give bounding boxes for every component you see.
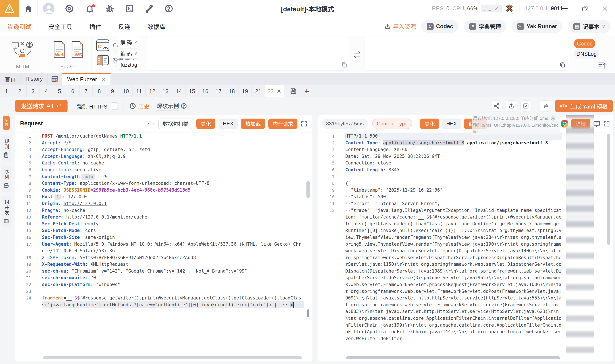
copy-icon[interactable] bbox=[559, 62, 566, 68]
fuzztag-button[interactable]: fuzztag bbox=[116, 60, 142, 70]
fuzzer-tab-13[interactable]: 13 bbox=[159, 85, 172, 97]
fuzzer-tab-21[interactable]: 21 bbox=[252, 85, 265, 97]
fuzzer-tab-9[interactable]: 9 bbox=[106, 85, 119, 97]
fuzzer-tab-3[interactable]: 3 bbox=[26, 85, 40, 97]
help-icon[interactable] bbox=[162, 0, 176, 17]
code-line[interactable]: 4Accept-Language: zh-CN,zh;q=0.9 bbox=[15, 153, 313, 160]
settings-gear-icon[interactable] bbox=[62, 0, 76, 17]
minimize-button[interactable] bbox=[555, 0, 575, 17]
request-hscrollbar[interactable] bbox=[43, 356, 304, 360]
hex-button[interactable]: HEX bbox=[219, 118, 238, 129]
history-button[interactable]: 历史 bbox=[129, 102, 149, 110]
save-fuzzer-tabs-icon[interactable] bbox=[290, 88, 297, 95]
websocket-fuzzer-icon[interactable]: WS bbox=[70, 40, 84, 59]
fuzzer-tab-5[interactable]: 5 bbox=[53, 85, 66, 97]
fuzzer-tab-4[interactable]: 4 bbox=[40, 85, 53, 97]
fuzzer-tab-12[interactable]: 12 bbox=[146, 85, 159, 97]
fuzzer-tab-18[interactable]: 18 bbox=[225, 85, 238, 97]
codec-shortcut-button[interactable]: C Codec bbox=[421, 20, 458, 33]
codec-side-tab[interactable]: Codec bbox=[574, 39, 595, 48]
codec-input-area[interactable] bbox=[146, 37, 351, 70]
code-line[interactable]: 19X-Requested-With: XMLHttpRequest bbox=[15, 261, 313, 268]
request-editor[interactable]: 1POST /monitor/cache/getNames HTTP/1.12A… bbox=[15, 133, 313, 354]
close-button[interactable] bbox=[595, 0, 615, 17]
tab-group-grid-icon[interactable] bbox=[48, 73, 62, 85]
response-vscrollbar[interactable] bbox=[606, 133, 612, 353]
copy-icon[interactable] bbox=[341, 62, 347, 68]
code-line[interactable]: 6Connection: keep-alive bbox=[15, 167, 313, 173]
menu-security-tools[interactable]: 安全工具 bbox=[48, 22, 72, 31]
code-line[interactable]: 2Accept: */* bbox=[15, 140, 313, 146]
code-line[interactable]: 1POST /monitor/cache/getNames HTTP/1.1 bbox=[15, 133, 313, 140]
fuzzer-tab-10[interactable]: 10 bbox=[119, 85, 132, 97]
sort-collapse-icon[interactable] bbox=[598, 61, 607, 70]
home-button[interactable] bbox=[19, 0, 38, 17]
code-line[interactable]: 9Cookie: JSESSIONID=299fb5ce-bcb3-4ec4-9… bbox=[15, 187, 313, 194]
tab-web-fuzzer[interactable]: Web Fuzzer ✕ bbox=[62, 73, 110, 85]
decode-dropdown[interactable]: 解 码∨ bbox=[116, 37, 142, 47]
mitm-tool[interactable]: MITM bbox=[0, 36, 45, 73]
fuzzer-tab-11[interactable]: 11 bbox=[132, 85, 146, 97]
packet-scan-button[interactable]: 数据包扫描 bbox=[158, 118, 193, 129]
minimap-viewport[interactable] bbox=[566, 115, 594, 226]
code-line[interactable]: 23 bbox=[15, 288, 313, 295]
fuzzer-tab-17[interactable]: 17 bbox=[212, 85, 225, 97]
tab-history[interactable]: History bbox=[21, 73, 48, 85]
notifications-bell-icon[interactable] bbox=[83, 0, 97, 17]
feedback-icon[interactable] bbox=[593, 120, 601, 127]
beautify-button[interactable]: 美化 bbox=[196, 118, 215, 129]
import-resource-button[interactable]: 导入资源 bbox=[384, 22, 416, 31]
generate-yaml-button[interactable]: </> 生成 Yaml 模板 bbox=[555, 100, 613, 112]
fuzzer-tab-1[interactable]: 1 bbox=[0, 85, 13, 97]
sidebar-tab-rules[interactable]: 规则 bbox=[1, 135, 11, 161]
dnslog-side-tab[interactable]: DNSLog bbox=[574, 49, 599, 59]
code-line[interactable]: 13Referer: http://127.0.0.1/monitor/cach… bbox=[15, 214, 313, 221]
fuzzer-tab-19[interactable]: 19 bbox=[238, 85, 252, 97]
blast-help-icon[interactable] bbox=[181, 103, 187, 109]
code-line[interactable]: 12Pragma: no-cache bbox=[15, 207, 313, 214]
code-line[interactable]: 16Sec-Fetch-Site: same-origin bbox=[15, 234, 313, 241]
code-line[interactable]: 24fragment=__|$${#response.getWriter().p… bbox=[15, 295, 313, 308]
import-icon[interactable] bbox=[520, 100, 531, 112]
fuzzer-tab-14[interactable]: 14 bbox=[172, 85, 185, 97]
code-line[interactable]: 3Accept-Encoding: gzip, deflate, br, zst… bbox=[15, 146, 313, 153]
blast-example-link[interactable]: 爆破示例 bbox=[157, 102, 179, 110]
code-line[interactable]: 20sec-ch-ua: "Chromium";v="142", "Google… bbox=[15, 268, 313, 275]
next-request-icon[interactable]: › bbox=[153, 120, 155, 127]
dictionary-button[interactable]: ≡ 字典管理 bbox=[464, 20, 506, 33]
menu-plugins[interactable]: 插件 bbox=[89, 22, 101, 31]
code-line[interactable]: 21sec-ch-ua-mobile: ?0 bbox=[15, 274, 313, 281]
code-line[interactable]: 5Cache-Control: no-cache bbox=[15, 160, 313, 167]
code-line[interactable]: 8Content-Type: application/x-www-form-ur… bbox=[15, 180, 313, 187]
close-fuzzer-tab-icon[interactable]: ✕ bbox=[277, 88, 281, 95]
tools-icon[interactable] bbox=[142, 0, 156, 17]
yak-runner-button[interactable]: >_ Yak Runner bbox=[511, 20, 563, 33]
beautify-button[interactable]: 美化 bbox=[420, 118, 439, 129]
swap-io-icon[interactable] bbox=[353, 51, 362, 59]
fuzzer-tab-7[interactable]: 7 bbox=[79, 85, 93, 97]
response-hscrollbar[interactable] bbox=[346, 356, 560, 360]
menu-reverse[interactable]: 反连 bbox=[118, 22, 130, 31]
fuzzer-tab-6[interactable]: 6 bbox=[66, 85, 79, 97]
yak-engine-icon[interactable] bbox=[505, 4, 514, 13]
yakit-logo[interactable] bbox=[0, 0, 19, 17]
fuzzer-tab-8[interactable]: 8 bbox=[93, 85, 106, 97]
construct-request-button[interactable]: 构造请求 bbox=[268, 118, 298, 129]
codec-output-area[interactable] bbox=[365, 37, 569, 70]
notebook-button[interactable]: ▤ 记事本 ∨ bbox=[568, 20, 611, 33]
content-type-filter-badge[interactable]: Content-Type bbox=[372, 118, 412, 129]
code-line[interactable]: 10Host?: 127.0.0.1 bbox=[15, 194, 313, 200]
request-vscrollbar[interactable] bbox=[306, 133, 311, 353]
swap-panels-icon[interactable] bbox=[540, 100, 551, 112]
avatar[interactable] bbox=[42, 0, 55, 17]
code-line[interactable]: 11Origin: http://127.0.0.1 bbox=[15, 200, 313, 207]
fuzzer-tab-2[interactable]: 2 bbox=[13, 85, 26, 97]
code-line[interactable]: 18X-CSRF-Token: 5+ffs0iBYFPHQ3sGR+9f/bHY… bbox=[15, 254, 313, 261]
send-request-button[interactable]: 发送请求 Alt+↵ bbox=[15, 100, 67, 112]
hotload-button[interactable]: 热加载 bbox=[241, 118, 265, 129]
restore-button[interactable] bbox=[575, 0, 595, 17]
fuzzer-tab-22[interactable]: 22✕ bbox=[265, 85, 284, 97]
fuzzer-tool[interactable]: Web WS Fuzzer bbox=[45, 36, 92, 73]
code-line[interactable]: 14Sec-Fetch-Dest: empty bbox=[15, 221, 313, 228]
fuzzer-tab-16[interactable]: 16 bbox=[199, 85, 212, 97]
